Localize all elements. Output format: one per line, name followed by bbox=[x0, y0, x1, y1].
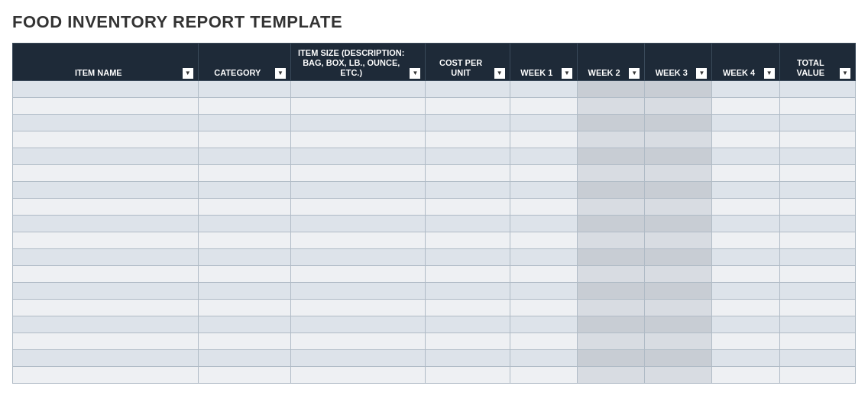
cell-item-size[interactable] bbox=[290, 232, 425, 248]
cell-week4[interactable] bbox=[712, 215, 779, 232]
cell-item-size[interactable] bbox=[290, 164, 425, 181]
cell-week3[interactable] bbox=[645, 332, 712, 349]
dropdown-arrow-category[interactable]: ▼ bbox=[275, 68, 286, 79]
cell-item-size[interactable] bbox=[290, 282, 425, 299]
cell-week3[interactable] bbox=[645, 198, 712, 215]
cell-week3[interactable] bbox=[645, 248, 712, 265]
cell-item-name[interactable] bbox=[13, 215, 199, 232]
cell-total[interactable] bbox=[779, 80, 855, 97]
cell-week3[interactable] bbox=[645, 349, 712, 366]
cell-week4[interactable] bbox=[712, 366, 779, 383]
cell-item-name[interactable] bbox=[13, 299, 199, 316]
cell-item-size[interactable] bbox=[290, 97, 425, 114]
cell-week2[interactable] bbox=[577, 282, 644, 299]
cell-category[interactable] bbox=[198, 164, 290, 181]
dropdown-arrow-item-name[interactable]: ▼ bbox=[183, 68, 193, 79]
cell-week2[interactable] bbox=[577, 114, 644, 131]
cell-item-name[interactable] bbox=[13, 198, 199, 215]
cell-week1[interactable] bbox=[510, 148, 577, 164]
cell-cost[interactable] bbox=[426, 181, 510, 198]
cell-item-name[interactable] bbox=[13, 80, 199, 97]
cell-total[interactable] bbox=[779, 148, 855, 164]
cell-category[interactable] bbox=[198, 198, 290, 215]
cell-week2[interactable] bbox=[577, 265, 644, 282]
cell-week2[interactable] bbox=[577, 232, 644, 248]
cell-week4[interactable] bbox=[712, 131, 779, 148]
cell-week1[interactable] bbox=[510, 332, 577, 349]
cell-total[interactable] bbox=[779, 265, 855, 282]
cell-week1[interactable] bbox=[510, 282, 577, 299]
cell-week4[interactable] bbox=[712, 316, 779, 332]
cell-item-name[interactable] bbox=[13, 332, 199, 349]
cell-item-size[interactable] bbox=[290, 349, 425, 366]
cell-week4[interactable] bbox=[712, 80, 779, 97]
cell-total[interactable] bbox=[779, 97, 855, 114]
cell-cost[interactable] bbox=[426, 80, 510, 97]
cell-week2[interactable] bbox=[577, 80, 644, 97]
cell-week2[interactable] bbox=[577, 148, 644, 164]
cell-category[interactable] bbox=[198, 316, 290, 332]
cell-week2[interactable] bbox=[577, 97, 644, 114]
cell-week3[interactable] bbox=[645, 299, 712, 316]
cell-item-size[interactable] bbox=[290, 332, 425, 349]
cell-week3[interactable] bbox=[645, 316, 712, 332]
cell-category[interactable] bbox=[198, 181, 290, 198]
cell-item-size[interactable] bbox=[290, 181, 425, 198]
cell-cost[interactable] bbox=[426, 164, 510, 181]
dropdown-arrow-cost[interactable]: ▼ bbox=[494, 68, 505, 79]
cell-week2[interactable] bbox=[577, 215, 644, 232]
cell-item-size[interactable] bbox=[290, 131, 425, 148]
cell-week1[interactable] bbox=[510, 299, 577, 316]
cell-week3[interactable] bbox=[645, 114, 712, 131]
cell-cost[interactable] bbox=[426, 332, 510, 349]
cell-week3[interactable] bbox=[645, 97, 712, 114]
cell-item-name[interactable] bbox=[13, 148, 199, 164]
cell-week4[interactable] bbox=[712, 114, 779, 131]
cell-category[interactable] bbox=[198, 232, 290, 248]
dropdown-arrow-week2[interactable]: ▼ bbox=[629, 68, 640, 79]
cell-cost[interactable] bbox=[426, 97, 510, 114]
cell-week3[interactable] bbox=[645, 148, 712, 164]
cell-week1[interactable] bbox=[510, 265, 577, 282]
cell-total[interactable] bbox=[779, 282, 855, 299]
cell-category[interactable] bbox=[198, 114, 290, 131]
cell-item-name[interactable] bbox=[13, 366, 199, 383]
cell-week3[interactable] bbox=[645, 131, 712, 148]
dropdown-arrow-week4[interactable]: ▼ bbox=[764, 68, 775, 79]
cell-category[interactable] bbox=[198, 131, 290, 148]
dropdown-arrow-week1[interactable]: ▼ bbox=[562, 68, 572, 79]
cell-cost[interactable] bbox=[426, 232, 510, 248]
cell-item-size[interactable] bbox=[290, 316, 425, 332]
cell-category[interactable] bbox=[198, 265, 290, 282]
cell-item-size[interactable] bbox=[290, 248, 425, 265]
cell-week1[interactable] bbox=[510, 181, 577, 198]
cell-week2[interactable] bbox=[577, 366, 644, 383]
cell-week4[interactable] bbox=[712, 148, 779, 164]
cell-total[interactable] bbox=[779, 332, 855, 349]
cell-week3[interactable] bbox=[645, 366, 712, 383]
cell-cost[interactable] bbox=[426, 366, 510, 383]
cell-total[interactable] bbox=[779, 114, 855, 131]
cell-cost[interactable] bbox=[426, 299, 510, 316]
cell-week4[interactable] bbox=[712, 299, 779, 316]
cell-cost[interactable] bbox=[426, 265, 510, 282]
cell-week4[interactable] bbox=[712, 265, 779, 282]
cell-item-name[interactable] bbox=[13, 282, 199, 299]
cell-week2[interactable] bbox=[577, 181, 644, 198]
cell-item-name[interactable] bbox=[13, 181, 199, 198]
cell-total[interactable] bbox=[779, 215, 855, 232]
cell-item-name[interactable] bbox=[13, 164, 199, 181]
cell-category[interactable] bbox=[198, 97, 290, 114]
cell-week1[interactable] bbox=[510, 131, 577, 148]
cell-category[interactable] bbox=[198, 215, 290, 232]
cell-cost[interactable] bbox=[426, 248, 510, 265]
cell-item-size[interactable] bbox=[290, 265, 425, 282]
cell-week2[interactable] bbox=[577, 131, 644, 148]
cell-week4[interactable] bbox=[712, 232, 779, 248]
cell-week4[interactable] bbox=[712, 198, 779, 215]
dropdown-arrow-item-size[interactable]: ▼ bbox=[410, 68, 420, 79]
dropdown-arrow-total[interactable]: ▼ bbox=[840, 68, 850, 79]
cell-total[interactable] bbox=[779, 232, 855, 248]
cell-week1[interactable] bbox=[510, 366, 577, 383]
cell-category[interactable] bbox=[198, 366, 290, 383]
